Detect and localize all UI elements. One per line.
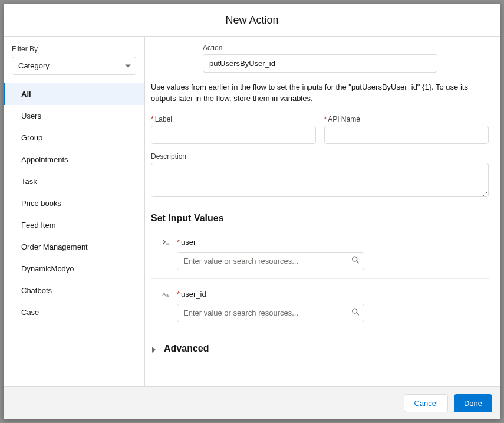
category-item[interactable]: Price books [4, 192, 144, 214]
category-item[interactable]: Feed Item [4, 214, 144, 236]
category-item[interactable]: Users [4, 105, 144, 127]
main-panel: Action Use values from earlier in the fl… [145, 37, 500, 386]
input-value-label: *user [162, 238, 489, 247]
api-name-field-label: *API Name [324, 115, 489, 123]
modal-header: New Action [4, 4, 500, 37]
set-input-values-heading: Set Input Values [151, 213, 489, 224]
sidebar: Filter By Category AllUsersGroupAppointm… [4, 37, 145, 386]
input-value-search [177, 304, 364, 322]
category-item[interactable]: Order Management [4, 236, 144, 258]
category-item[interactable]: Case [4, 301, 144, 323]
action-input[interactable] [203, 54, 437, 73]
search-icon [351, 256, 360, 266]
label-field-label: *Label [151, 115, 316, 123]
resource-search-input[interactable] [177, 304, 364, 322]
text-icon: Aa [162, 290, 171, 299]
svg-line-2 [357, 261, 359, 263]
advanced-label: Advanced [164, 343, 209, 354]
modal-footer: Cancel Done [4, 386, 500, 419]
input-value-row: *user [151, 233, 489, 278]
category-list: AllUsersGroupAppointmentsTaskPrice books… [4, 83, 144, 323]
advanced-toggle[interactable]: Advanced [151, 343, 489, 354]
svg-text:a: a [166, 293, 169, 297]
filter-select[interactable]: Category [12, 57, 136, 75]
modal-title: New Action [4, 14, 500, 27]
api-name-input[interactable] [324, 126, 489, 144]
category-item[interactable]: Group [4, 127, 144, 149]
filter-select-value: Category [18, 61, 50, 70]
svg-line-6 [357, 313, 359, 315]
done-button[interactable]: Done [454, 394, 492, 412]
search-icon [351, 308, 360, 318]
chevron-down-icon [125, 64, 131, 67]
input-value-label: Aa*user_id [162, 290, 489, 299]
input-value-name: user [181, 238, 196, 247]
category-item[interactable]: DynamicModyo [4, 258, 144, 280]
action-field-label: Action [203, 44, 437, 52]
description-field-label: Description [151, 152, 489, 160]
input-value-row: Aa*user_id [151, 278, 489, 330]
label-input[interactable] [151, 126, 316, 144]
help-text: Use values from earlier in the flow to s… [151, 82, 489, 104]
input-values-list: *userAa*user_id [151, 233, 489, 330]
category-item[interactable]: Task [4, 170, 144, 192]
filter-by-label: Filter By [4, 45, 144, 57]
category-item[interactable]: Chatbots [4, 280, 144, 301]
cancel-button[interactable]: Cancel [404, 394, 447, 412]
description-textarea[interactable] [151, 163, 489, 197]
resource-search-input[interactable] [177, 252, 364, 270]
chevron-right-icon [151, 346, 157, 352]
modal-body: Filter By Category AllUsersGroupAppointm… [4, 37, 500, 386]
terminal-icon [162, 238, 171, 247]
svg-text:A: A [162, 290, 166, 297]
new-action-modal: New Action Filter By Category AllUsersGr… [4, 4, 500, 419]
input-value-name: user_id [181, 290, 206, 299]
category-item[interactable]: All [4, 83, 144, 105]
input-value-search [177, 252, 364, 270]
category-item[interactable]: Appointments [4, 149, 144, 170]
